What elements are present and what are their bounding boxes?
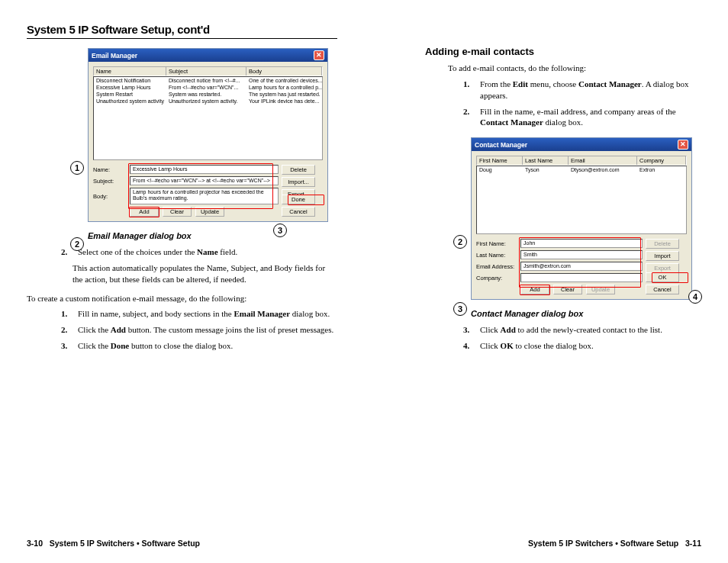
message-list[interactable]: Disconnect NotificationDisconnect notice…	[93, 76, 323, 160]
import-button[interactable]: Import	[646, 251, 679, 261]
close-icon[interactable]: ✕	[314, 50, 324, 60]
dialog-caption: Contact Manager dialog box	[471, 309, 701, 318]
col-subject[interactable]: Subject	[166, 67, 246, 76]
list-row: Disconnect NotificationDisconnect notice…	[94, 77, 322, 84]
col-company[interactable]: Company	[637, 156, 686, 165]
body-label: Body:	[93, 193, 130, 200]
list-row: DougTysonDtyson@extron.comExtron	[477, 166, 686, 173]
footer-left: 3-10 System 5 IP Switchers • Software Se…	[27, 539, 200, 548]
dialog-titlebar: Email Manager ✕	[89, 49, 327, 62]
contact-list[interactable]: DougTysonDtyson@extron.comExtron	[476, 166, 687, 234]
company-label: Company:	[476, 275, 520, 282]
name-label: Name:	[93, 166, 130, 173]
close-icon[interactable]: ✕	[678, 140, 688, 150]
list-row: Unauthorized system activityUnauthorized…	[94, 98, 322, 105]
callout-2: 2	[70, 237, 84, 251]
list-row: Excessive Lamp HoursFrom <!--#echo var="…	[94, 84, 322, 91]
callout-3: 3	[273, 224, 287, 237]
delete-button[interactable]: Delete	[282, 165, 315, 175]
section-header: Adding e-mail contacts	[425, 46, 701, 57]
col-body[interactable]: Body	[246, 67, 322, 76]
list-row: System RestartSystem was restarted.The s…	[94, 91, 322, 98]
delete-button[interactable]: Delete	[646, 239, 679, 249]
callout-4: 4	[688, 290, 702, 304]
callout-3: 3	[453, 302, 467, 316]
lastname-label: Last Name:	[476, 252, 520, 259]
list-header: Name Subject Body	[93, 66, 323, 76]
col-email[interactable]: Email	[569, 156, 637, 165]
contact-manager-dialog: Contact Manager ✕ First Name Last Name E…	[471, 137, 692, 300]
page-title: System 5 IP Software Setup, cont'd	[27, 23, 337, 39]
left-page: System 5 IP Software Setup, cont'd Email…	[0, 0, 364, 563]
callout-2: 2	[453, 235, 467, 249]
col-name[interactable]: Name	[94, 67, 166, 76]
right-page: Adding e-mail contacts To add e-mail con…	[364, 0, 728, 563]
footer-right: System 5 IP Switchers • Software Setup 3…	[528, 539, 701, 548]
import-button[interactable]: Import...	[282, 177, 315, 187]
dialog-title: Email Manager	[92, 52, 137, 60]
cancel-button[interactable]: Cancel	[282, 207, 315, 217]
dialog-caption: Email Manager dialog box	[88, 231, 337, 240]
firstname-label: First Name:	[476, 240, 520, 247]
col-firstname[interactable]: First Name	[477, 156, 523, 165]
callout-1: 1	[70, 161, 84, 175]
dialog-title: Contact Manager	[475, 141, 527, 149]
email-manager-dialog: Email Manager ✕ Name Subject Body Discon…	[88, 48, 328, 222]
cancel-button[interactable]: Cancel	[646, 285, 679, 294]
subject-label: Subject:	[93, 178, 130, 185]
email-label: Email Address:	[476, 263, 520, 270]
col-lastname[interactable]: Last Name	[523, 156, 569, 165]
